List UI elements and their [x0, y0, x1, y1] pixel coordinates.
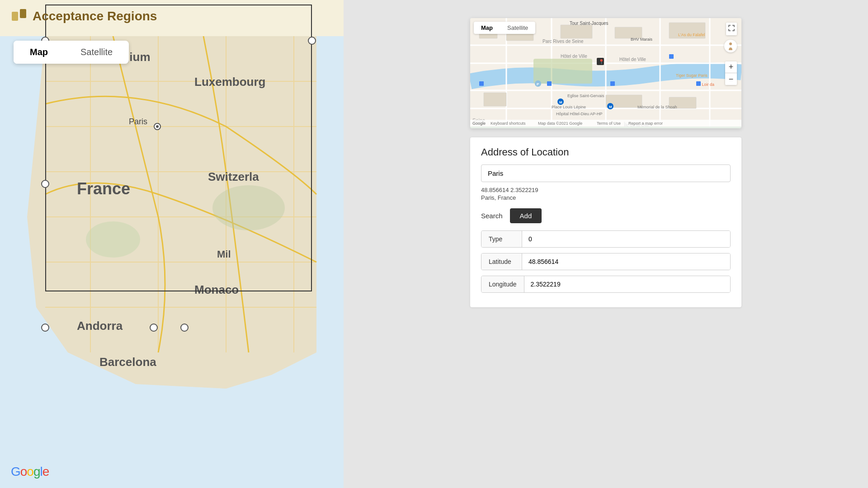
svg-text:M: M — [559, 100, 562, 104]
handle-top-right[interactable] — [308, 37, 316, 45]
type-input[interactable] — [522, 231, 730, 247]
mini-map-svg: Parc Rives de Seine Hôtel de Ville Hôtel… — [470, 18, 741, 127]
app-icon — [11, 8, 27, 24]
city-label-barcelona: Barcelona — [99, 355, 156, 369]
svg-text:Eglise Saint-Gervais: Eglise Saint-Gervais — [567, 94, 604, 98]
handle-bottom-middle[interactable] — [180, 324, 189, 332]
google-logo: Google — [11, 465, 49, 479]
coordinates-display: 48.856614 2.3522219 — [481, 187, 731, 193]
country-label-andorra: Andorra — [77, 319, 123, 333]
svg-text:Google: Google — [472, 121, 486, 126]
app-title-bar: Acceptance Regions — [0, 0, 168, 33]
svg-text:Mémorial de la Shoah: Mémorial de la Shoah — [637, 105, 677, 109]
svg-text:Keyboard shortcuts: Keyboard shortcuts — [491, 121, 526, 126]
left-panel: Acceptance Regions — [0, 0, 344, 488]
svg-text:Tiger Sugar Paris: Tiger Sugar Paris — [676, 73, 708, 78]
type-label: Type — [481, 231, 522, 247]
handle-bottom-center[interactable] — [150, 324, 158, 332]
address-input[interactable] — [481, 164, 731, 182]
svg-text:L'As du Falafel: L'As du Falafel — [678, 33, 705, 37]
app-title-text: Acceptance Regions — [33, 9, 157, 23]
latitude-field-row: Latitude — [481, 253, 731, 270]
svg-text:BHV Marais: BHV Marais — [631, 37, 653, 42]
svg-rect-52 — [479, 81, 484, 86]
address-form: Address of Location 48.856614 2.3522219 … — [470, 137, 741, 307]
svg-rect-54 — [610, 81, 615, 86]
svg-text:Map data ©2021 Google: Map data ©2021 Google — [538, 121, 582, 126]
svg-rect-0 — [12, 12, 18, 21]
svg-text:📍: 📍 — [599, 59, 604, 65]
svg-rect-56 — [696, 81, 701, 86]
svg-text:Terms of Use: Terms of Use — [597, 121, 621, 126]
city-display: Paris, France — [481, 194, 731, 201]
zoom-in-button[interactable]: + — [725, 61, 737, 73]
longitude-label: Longitude — [481, 276, 524, 292]
latitude-input[interactable] — [522, 253, 730, 270]
zoom-out-button[interactable]: − — [725, 73, 737, 85]
street-view-button[interactable] — [724, 40, 737, 52]
svg-text:Place Louis Lépine: Place Louis Lépine — [552, 105, 586, 109]
satellite-tab-button[interactable]: Satellite — [64, 41, 129, 64]
svg-text:Parc Rives de Seine: Parc Rives de Seine — [542, 39, 584, 44]
form-title: Address of Location — [481, 146, 731, 158]
add-button[interactable]: Add — [510, 208, 542, 223]
svg-text:Report a map error: Report a map error — [628, 121, 663, 126]
map-type-toggle: Map Satellite — [14, 41, 129, 64]
svg-text:Hôtel de Ville: Hôtel de Ville — [561, 54, 587, 59]
right-panel: Parc Rives de Seine Hôtel de Ville Hôtel… — [344, 0, 868, 488]
latitude-label: Latitude — [481, 253, 522, 270]
svg-rect-30 — [561, 25, 592, 38]
handle-bottom-left[interactable] — [41, 324, 49, 332]
longitude-field-row: Longitude — [481, 276, 731, 293]
svg-point-69 — [729, 42, 732, 45]
svg-rect-1 — [20, 9, 26, 18]
map-tab-button[interactable]: Map — [14, 41, 64, 64]
svg-text:P: P — [537, 82, 539, 86]
map-zoom-controls: + − — [725, 61, 737, 85]
svg-rect-55 — [669, 54, 674, 59]
handle-left-middle[interactable] — [41, 180, 49, 188]
mini-map-container: Parc Rives de Seine Hôtel de Ville Hôtel… — [470, 18, 741, 128]
svg-text:Hôpital Hôtel-Dieu AP-HP: Hôpital Hôtel-Dieu AP-HP — [556, 112, 603, 116]
svg-rect-53 — [547, 81, 552, 86]
search-add-row: Search Add — [481, 208, 731, 223]
search-label: Search — [481, 212, 503, 220]
type-field-row: Type — [481, 230, 731, 248]
expand-map-button[interactable] — [726, 23, 737, 35]
mini-satellite-tab-button[interactable]: Satellite — [500, 22, 535, 34]
mini-map-type-toggle: Map Satellite — [474, 22, 535, 34]
svg-text:Tour Saint-Jacques: Tour Saint-Jacques — [570, 21, 609, 26]
mini-map-tab-button[interactable]: Map — [474, 22, 500, 34]
svg-rect-27 — [533, 59, 592, 84]
svg-text:M: M — [609, 105, 612, 109]
svg-rect-33 — [484, 93, 506, 106]
svg-text:Hôtel de Ville: Hôtel de Ville — [619, 57, 646, 62]
longitude-input[interactable] — [524, 276, 730, 292]
